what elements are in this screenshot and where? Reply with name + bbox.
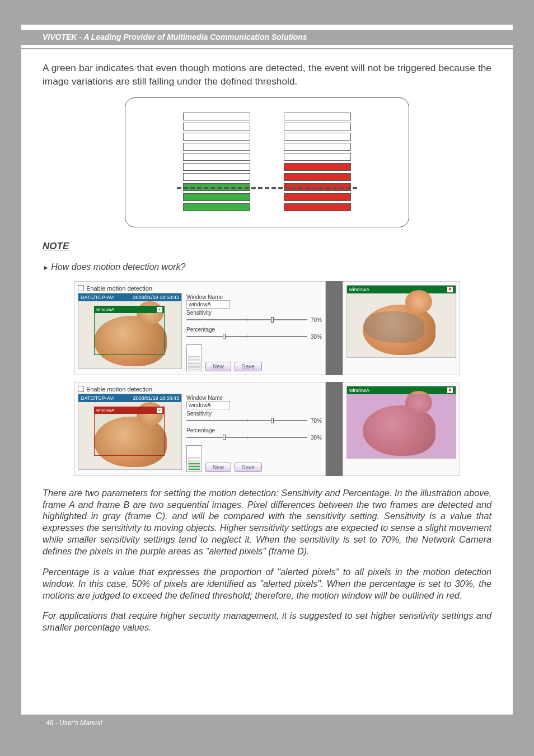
motion-detection-illustration: Enable motion detection DATE/TCP-AVI 200… xyxy=(74,281,460,476)
window-name-label: Window Name xyxy=(186,395,322,401)
video-preview: DATE/TCP-AVI 2008/01/19 18:58:43 windowA… xyxy=(78,394,182,470)
gray-diff-overlay xyxy=(364,311,424,343)
percentage-label: Percentage xyxy=(186,427,322,433)
sensitivity-value: 70% xyxy=(311,317,322,323)
config-panel: Enable motion detection DATE/TCP-AVI 200… xyxy=(74,382,326,476)
close-icon[interactable]: × xyxy=(447,286,453,293)
result-window-name: windowA xyxy=(349,388,369,393)
config-panel: Enable motion detection DATE/TCP-AVI 200… xyxy=(74,281,326,375)
sensitivity-slider[interactable] xyxy=(186,319,307,320)
indicator-mini xyxy=(186,445,202,472)
paragraph-1: There are two parameters for setting the… xyxy=(43,487,491,557)
page: VIVOTEK - A Leading Provider of Multimed… xyxy=(21,25,513,731)
close-icon[interactable]: × xyxy=(157,408,162,413)
percentage-value: 30% xyxy=(311,435,322,441)
alerted-pixel-overlay xyxy=(347,394,456,458)
page-footer: 46 - User's Manual xyxy=(21,715,513,731)
new-button[interactable]: New xyxy=(205,362,231,371)
preview-timestamp: 2008/01/19 18:58:43 xyxy=(133,395,179,401)
controls-column: Window Name windowA Sensitivity 70% Perc… xyxy=(186,293,322,371)
header-text: VIVOTEK - A Leading Provider of Multimed… xyxy=(21,30,513,45)
illustration-row-1: Enable motion detection DATE/TCP-AVI 200… xyxy=(74,281,460,375)
percentage-value: 30% xyxy=(311,334,322,340)
result-panel: windowA × xyxy=(343,382,460,476)
controls-column: Window Name windowA Sensitivity 70% Perc… xyxy=(186,394,322,472)
preview-source: DATE/TCP-AVI xyxy=(81,395,115,401)
result-window-name: windowA xyxy=(349,287,369,292)
percentage-slider[interactable] xyxy=(186,336,307,337)
preview-timestamp: 2008/01/19 18:58:43 xyxy=(133,295,179,300)
motion-window[interactable]: windowA × xyxy=(94,306,165,355)
spacer xyxy=(326,382,343,476)
header-rule xyxy=(21,48,513,49)
enable-checkbox[interactable] xyxy=(78,386,84,392)
preview-source: DATE/TCP-AVI xyxy=(81,295,115,300)
close-icon[interactable]: × xyxy=(447,387,453,394)
threshold-figure xyxy=(125,97,409,227)
paragraph-3: For applications that require higher sec… xyxy=(43,610,491,633)
result-panel: windowA × xyxy=(343,281,460,375)
percentage-slider[interactable] xyxy=(186,437,307,438)
percentage-label: Percentage xyxy=(186,326,322,333)
video-preview: DATE/TCP-AVI 2008/01/19 18:58:43 windowA… xyxy=(78,293,182,369)
save-button[interactable]: Save xyxy=(235,463,262,472)
window-name-input[interactable]: windowA xyxy=(186,401,230,409)
note-heading: NOTE xyxy=(43,241,491,252)
threshold-line xyxy=(177,187,357,189)
spacer xyxy=(326,281,343,375)
enable-checkbox[interactable] xyxy=(78,285,84,291)
window-name-label: Window Name xyxy=(186,294,322,300)
window-name-input[interactable]: windowA xyxy=(186,300,230,309)
motion-window-name: windowA xyxy=(96,408,114,413)
sensitivity-label: Sensitivity xyxy=(186,410,322,417)
illustration-row-2: Enable motion detection DATE/TCP-AVI 200… xyxy=(74,382,460,476)
intro-paragraph: A green bar indicates that even though m… xyxy=(43,62,491,88)
note-question: How does motion detection work? xyxy=(43,262,491,272)
page-header: VIVOTEK - A Leading Provider of Multimed… xyxy=(43,25,491,49)
sensitivity-value: 70% xyxy=(311,418,322,424)
paragraph-2: Percentage is a value that expresses the… xyxy=(43,566,491,601)
close-icon[interactable]: × xyxy=(157,307,162,312)
sensitivity-slider[interactable] xyxy=(186,420,307,421)
indicator-mini xyxy=(186,344,202,371)
green-indicator-bar xyxy=(183,113,250,211)
red-indicator-bar xyxy=(284,113,351,211)
enable-label: Enable motion detection xyxy=(86,386,152,393)
sensitivity-label: Sensitivity xyxy=(186,310,322,316)
save-button[interactable]: Save xyxy=(235,362,262,371)
enable-label: Enable motion detection xyxy=(86,285,152,292)
motion-window-name: windowA xyxy=(96,307,114,312)
motion-window[interactable]: windowA × xyxy=(94,407,165,456)
new-button[interactable]: New xyxy=(205,463,231,472)
